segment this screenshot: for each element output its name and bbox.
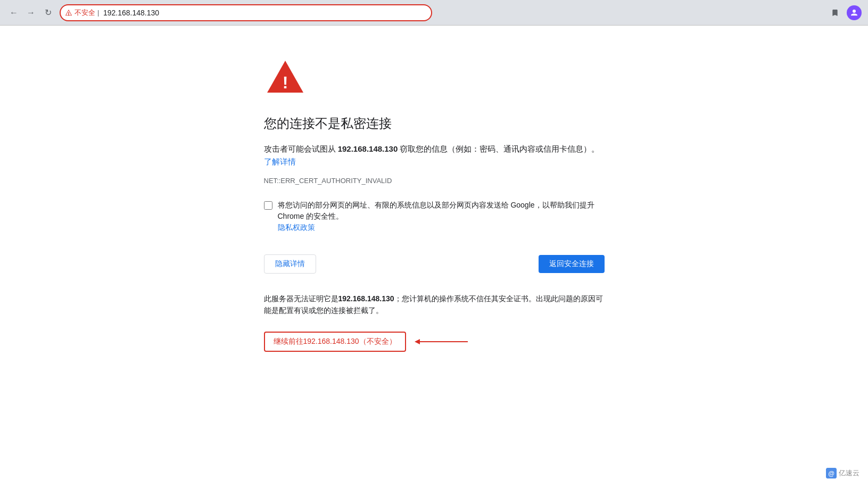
toolbar-right [828,5,862,20]
main-heading: 您的连接不是私密连接 [264,115,605,132]
send-reports-row: 将您访问的部分网页的网址、有限的系统信息以及部分网页内容发送给 Google，以… [264,200,605,233]
send-reports-checkbox[interactable] [264,201,272,210]
go-back-button[interactable]: 返回安全连接 [539,255,605,273]
continue-link[interactable]: 继续前往192.168.148.130（不安全） [264,332,406,352]
warning-triangle-icon: ! [264,57,307,96]
back-button[interactable]: ← [6,5,21,20]
send-reports-label: 将您访问的部分网页的网址、有限的系统信息以及部分网页内容发送给 Google，以… [278,200,605,233]
svg-text:!: ! [282,73,288,92]
description: 攻击者可能会试图从 192.168.148.130 窃取您的信息（例如：密码、通… [264,143,605,168]
browser-toolbar: ← → ↻ 不安全 | [0,0,868,26]
description-host: 192.168.148.130 [338,144,398,153]
bookmark-button[interactable] [828,5,842,20]
address-bar-container: 不安全 | [60,4,432,21]
button-row: 隐藏详情 返回安全连接 [264,254,605,274]
hide-details-button[interactable]: 隐藏详情 [264,254,316,274]
url-input[interactable] [60,4,432,21]
description-prefix: 攻击者可能会试图从 [264,144,338,153]
page-content: ! 您的连接不是私密连接 攻击者可能会试图从 192.168.148.130 窃… [243,26,626,384]
red-arrow-icon [415,334,478,350]
reload-button[interactable]: ↻ [40,5,55,20]
forward-button[interactable]: → [23,5,38,20]
learn-more-link[interactable]: 了解详情 [264,157,296,166]
continue-row: 继续前往192.168.148.130（不安全） [264,332,605,352]
profile-avatar[interactable] [847,5,862,20]
description-suffix: 窃取您的信息（例如：密码、通讯内容或信用卡信息）。 [398,144,599,153]
red-arrow [415,334,478,350]
privacy-policy-link[interactable]: 隐私权政策 [278,223,315,232]
details-text: 此服务器无法证明它是192.168.148.130；您计算机的操作系统不信任其安… [264,293,605,317]
error-code: NET::ERR_CERT_AUTHORITY_INVALID [264,177,605,185]
svg-point-0 [853,10,856,13]
continue-link-container: 继续前往192.168.148.130（不安全） [264,332,406,352]
svg-marker-4 [415,339,420,344]
nav-buttons: ← → ↻ [6,5,55,20]
